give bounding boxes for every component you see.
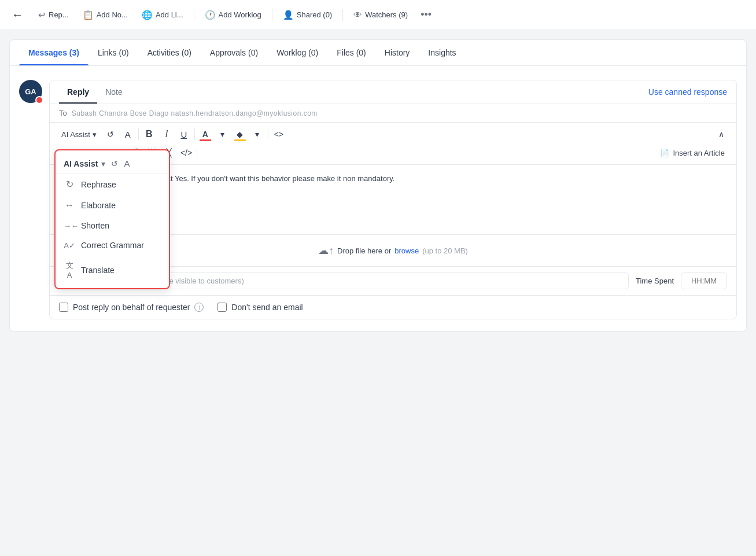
note-icon: 📋 (83, 10, 94, 20)
ai-header-font[interactable]: A (124, 159, 130, 168)
bold-button[interactable]: B (141, 126, 157, 142)
footer-row: Post reply on behalf of requester i Don'… (50, 295, 736, 319)
collapse-button[interactable]: ∧ (713, 126, 729, 142)
italic-button[interactable]: I (158, 126, 175, 142)
ai-assist-button[interactable]: AI Assist ▾ (57, 128, 101, 141)
correct-grammar-icon: A✓ (64, 241, 75, 250)
dont-send-checkbox-item: Don't send an email (217, 303, 303, 312)
fmt-separator-2 (194, 128, 195, 140)
translate-icon: 文A (64, 260, 75, 279)
code-button[interactable]: <> (271, 126, 287, 142)
insert-article-icon: 📄 (660, 149, 669, 157)
reply-tab[interactable]: Reply (59, 80, 97, 104)
reply-tab-items: Reply Note (59, 80, 131, 104)
toolbar-separator-3 (342, 9, 343, 21)
post-reply-checkbox[interactable] (59, 303, 68, 312)
reply-icon: ↩ (38, 10, 46, 20)
tab-history[interactable]: History (375, 40, 419, 65)
more-options-button[interactable]: ••• (416, 6, 436, 23)
format-toolbar: AI Assist ▾ ↺ A B I U A ▾ (50, 123, 736, 165)
reply-box: Reply Note Use canned response To Subash… (49, 80, 737, 319)
toolbar-watchers[interactable]: 👁 Watchers (9) (348, 6, 414, 23)
link-icon: 🌐 (142, 10, 153, 20)
toolbar-separator (194, 9, 194, 21)
toolbar-separator-2 (272, 9, 272, 21)
font-color-dropdown[interactable]: ▾ (215, 126, 231, 142)
shared-icon: 👤 (283, 10, 294, 20)
back-button[interactable]: ← (9, 6, 25, 24)
worklog-icon: 🕐 (205, 10, 216, 20)
ai-rephrase-item[interactable]: ↻ Rephrase (56, 174, 169, 195)
insert-article-button[interactable]: 📄 Insert an Article (655, 146, 729, 160)
toolbar-reply[interactable]: ↩ Rep... (32, 6, 75, 24)
toolbar-add-link[interactable]: 🌐 Add Li... (136, 6, 189, 24)
file-size-limit: (up to 20 MB) (422, 246, 468, 255)
reply-container: GA Reply Note Use canned response (19, 80, 737, 319)
ai-shorten-item[interactable]: →← Shorten (56, 216, 169, 235)
to-value: Subash Chandra Bose Diago natash.hendrat… (72, 109, 318, 117)
ai-assist-header-label: AI Assist (64, 159, 98, 168)
time-spent-input[interactable] (681, 273, 727, 289)
elaborate-icon: ↔ (64, 200, 75, 211)
fmt-separator-3 (268, 128, 268, 140)
time-spent-label: Time Spent (636, 277, 674, 285)
dont-send-checkbox[interactable] (217, 303, 227, 312)
underline-button[interactable]: U (176, 126, 192, 142)
canned-response-button[interactable]: Use canned response (648, 87, 727, 97)
tab-insights[interactable]: Insights (419, 40, 465, 65)
main-content: Messages (3) Links (0) Activities (0) Ap… (9, 39, 747, 332)
highlight-icon: ◆ (237, 130, 243, 139)
ai-dropdown-header: AI Assist ▾ ↺ A (56, 154, 169, 174)
tab-approvals[interactable]: Approvals (0) (201, 40, 267, 65)
highlight-button[interactable]: ◆ (232, 126, 248, 142)
code-block-button[interactable]: </> (178, 145, 194, 161)
browse-button[interactable]: browse (394, 246, 419, 255)
post-reply-label: Post reply on behalf of requester (73, 303, 190, 312)
avatar-badge (35, 96, 43, 104)
reply-note-tabs: Reply Note Use canned response (50, 80, 736, 104)
rephrase-icon: ↻ (64, 179, 75, 190)
tab-links[interactable]: Links (0) (88, 40, 138, 65)
ai-assist-label: AI Assist (61, 130, 90, 139)
fmt-separator-1 (138, 128, 139, 140)
highlight-color-bar (234, 139, 246, 141)
font-color-button[interactable]: A (197, 126, 213, 142)
highlight-dropdown[interactable]: ▾ (249, 126, 265, 142)
post-reply-checkbox-item: Post reply on behalf of requester i (59, 303, 204, 312)
dont-send-label: Don't send an email (231, 303, 303, 312)
to-field: To Subash Chandra Bose Diago natash.hend… (50, 104, 736, 123)
tab-messages[interactable]: Messages (3) (19, 40, 88, 65)
top-toolbar: ← ↩ Rep... 📋 Add No... 🌐 Add Li... 🕐 Add… (0, 0, 756, 30)
toolbar-shared[interactable]: 👤 Shared (0) (277, 6, 338, 24)
info-icon[interactable]: i (194, 303, 204, 312)
font-color-bar (200, 139, 211, 141)
tab-worklog[interactable]: Worklog (0) (267, 40, 327, 65)
toolbar-add-note[interactable]: 📋 Add No... (77, 6, 134, 24)
ai-elaborate-item[interactable]: ↔ Elaborate (56, 195, 169, 216)
tabs-row: Messages (3) Links (0) Activities (0) Ap… (10, 40, 746, 66)
fmt-separator-4 (197, 147, 197, 159)
ai-translate-item[interactable]: 文A Translate (56, 255, 169, 285)
ai-assist-chevron: ▾ (93, 130, 97, 139)
tab-files[interactable]: Files (0) (327, 40, 375, 65)
shorten-icon: →← (64, 222, 75, 230)
ai-correct-grammar-item[interactable]: A✓ Correct Grammar (56, 235, 169, 255)
note-tab[interactable]: Note (97, 80, 131, 104)
watchers-icon: 👁 (353, 10, 362, 20)
undo-button[interactable]: ↺ (102, 126, 119, 142)
ai-assist-header-chevron: ▾ (101, 159, 105, 168)
drop-file-text: Drop file here or (337, 246, 391, 255)
ai-assist-dropdown: AI Assist ▾ ↺ A ↻ Rephrase ↔ Elaborate (54, 149, 170, 289)
ai-header-undo[interactable]: ↺ (111, 159, 118, 168)
tab-activities[interactable]: Activities (0) (138, 40, 201, 65)
avatar: GA (19, 80, 42, 103)
to-label: To (59, 109, 67, 117)
toolbar-add-worklog[interactable]: 🕐 Add Worklog (199, 6, 267, 24)
font-color-icon: A (202, 130, 208, 139)
font-size-button[interactable]: A (120, 126, 136, 142)
content-area: GA Reply Note Use canned response (10, 66, 746, 331)
upload-icon: ☁↑ (318, 244, 334, 257)
